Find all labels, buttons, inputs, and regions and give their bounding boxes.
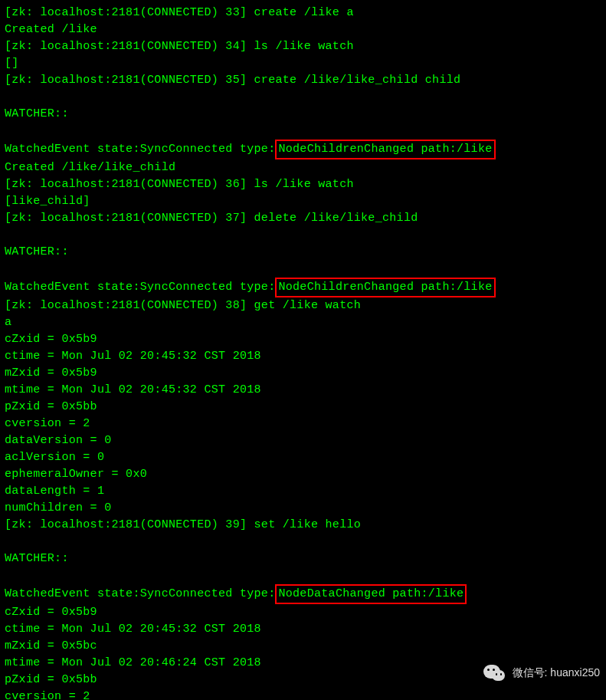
terminal-line: WatchedEvent state:SyncConnected type:No…: [5, 140, 601, 159]
terminal-line: mZxid = 0x5b9: [5, 365, 601, 382]
terminal-line: cZxid = 0x5b9: [5, 604, 601, 621]
terminal-line: [5, 227, 601, 244]
watermark-text: 微信号: huanxi250: [513, 664, 600, 681]
terminal-line: WatchedEvent state:SyncConnected type:No…: [5, 278, 601, 297]
terminal-line: ctime = Mon Jul 02 20:45:32 CST 2018: [5, 621, 601, 638]
highlighted-event: NodeChildrenChanged path:/like: [275, 140, 495, 159]
terminal-line: dataLength = 1: [5, 483, 601, 500]
terminal-line: [5, 261, 601, 278]
highlighted-event: NodeDataChanged path:/like: [275, 584, 467, 604]
terminal-line: [zk: localhost:2181(CONNECTED) 33] creat…: [5, 5, 601, 21]
terminal-line: numChildren = 0: [5, 500, 601, 517]
terminal-line: mtime = Mon Jul 02 20:45:32 CST 2018: [5, 382, 601, 399]
highlighted-event: NodeChildrenChanged path:/like: [275, 278, 495, 297]
terminal-line: ctime = Mon Jul 02 20:45:32 CST 2018: [5, 348, 601, 365]
terminal-line: a: [5, 314, 601, 331]
terminal-line: cversion = 2: [5, 416, 601, 432]
terminal-line: cZxid = 0x5b9: [5, 331, 601, 348]
terminal-line: []: [5, 55, 601, 72]
terminal-line: [zk: localhost:2181(CONNECTED) 35] creat…: [5, 72, 601, 89]
terminal-line: ephemeralOwner = 0x0: [5, 466, 601, 483]
terminal-line: [5, 534, 601, 550]
terminal-line: [like_child]: [5, 193, 601, 210]
terminal-line: aclVersion = 0: [5, 449, 601, 466]
terminal-line: WatchedEvent state:SyncConnected type:No…: [5, 584, 601, 604]
terminal-line: [zk: localhost:2181(CONNECTED) 39] set /…: [5, 517, 601, 534]
terminal-line: [5, 89, 601, 106]
terminal-line: [zk: localhost:2181(CONNECTED) 37] delet…: [5, 210, 601, 227]
watermark-overlay: 微信号: huanxi250: [482, 660, 600, 685]
terminal-line: WATCHER::: [5, 244, 601, 261]
terminal-output[interactable]: [zk: localhost:2181(CONNECTED) 33] creat…: [5, 5, 601, 700]
terminal-line: [5, 567, 601, 584]
terminal-line: [zk: localhost:2181(CONNECTED) 36] ls /l…: [5, 176, 601, 193]
terminal-line: [zk: localhost:2181(CONNECTED) 34] ls /l…: [5, 38, 601, 55]
terminal-line: pZxid = 0x5bb: [5, 399, 601, 416]
wechat-icon: [482, 660, 506, 685]
terminal-line: [5, 123, 601, 140]
terminal-line: mZxid = 0x5bc: [5, 638, 601, 655]
terminal-line: WATCHER::: [5, 106, 601, 123]
terminal-line: WATCHER::: [5, 550, 601, 567]
terminal-line: dataVersion = 0: [5, 432, 601, 449]
terminal-line: cversion = 2: [5, 688, 601, 700]
terminal-line: Created /like: [5, 21, 601, 38]
terminal-line: Created /like/like_child: [5, 159, 601, 176]
terminal-line: [zk: localhost:2181(CONNECTED) 38] get /…: [5, 297, 601, 314]
